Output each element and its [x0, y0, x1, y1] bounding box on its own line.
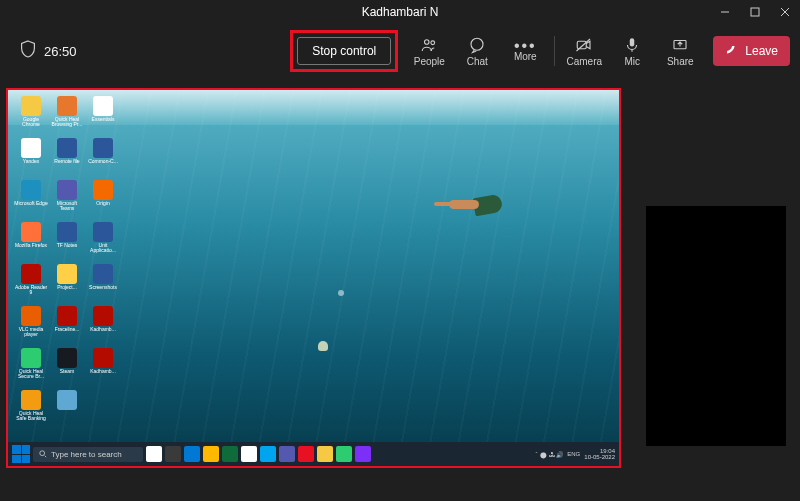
window-titlebar: Kadhambari N — [0, 0, 800, 24]
desktop-icon[interactable] — [50, 390, 84, 430]
desktop-icon[interactable]: Project... — [50, 264, 84, 304]
taskbar-app[interactable] — [241, 446, 257, 462]
desktop-icon[interactable]: Kadhamb... — [86, 348, 120, 388]
close-button[interactable] — [770, 0, 800, 24]
desktop-icon[interactable]: Fraceline... — [50, 306, 84, 346]
desktop-icon[interactable]: Quick Heal Safe Banking — [14, 390, 48, 430]
svg-point-4 — [425, 39, 430, 44]
timer-section: 26:50 — [20, 40, 77, 62]
wallpaper-swimmer — [429, 190, 509, 220]
people-button[interactable]: People — [406, 28, 452, 74]
wallpaper-jelly — [318, 341, 328, 351]
window-title: Kadhambari N — [362, 5, 439, 19]
desktop-icon[interactable]: Common-C... — [86, 138, 120, 178]
desktop-icon[interactable]: Google Chrome — [14, 96, 48, 136]
desktop-icon[interactable]: Adobe Reader 9 — [14, 264, 48, 304]
taskbar-app[interactable] — [355, 446, 371, 462]
taskbar-app[interactable] — [222, 446, 238, 462]
desktop-icon[interactable]: VLC media player — [14, 306, 48, 346]
stop-control-button[interactable]: Stop control — [297, 37, 391, 65]
desktop-icons: Google ChromeQuick Heal Browsing Pr...Es… — [14, 96, 120, 430]
mic-button[interactable]: Mic — [609, 28, 655, 74]
desktop-icon[interactable]: Kadhamb... — [86, 306, 120, 346]
taskbar-app[interactable] — [184, 446, 200, 462]
desktop-icon[interactable]: Quick Heal Browsing Pr... — [50, 96, 84, 136]
desktop-icon[interactable]: Quick Heal Secure Br... — [14, 348, 48, 388]
chat-button[interactable]: Chat — [454, 28, 500, 74]
stop-control-highlight: Stop control — [290, 30, 398, 72]
participant-video[interactable] — [646, 206, 786, 446]
system-tray[interactable]: ˄ ⬤ 🖧 🔊 ENG 19:04 10-05-2022 — [535, 448, 615, 460]
search-icon — [39, 450, 47, 458]
svg-point-6 — [471, 38, 483, 50]
windows-taskbar: Type here to search ˄ ⬤ 🖧 🔊 ENG 19:04 10… — [8, 442, 619, 466]
leave-button[interactable]: Leave — [713, 36, 790, 66]
shield-icon — [20, 40, 36, 62]
svg-line-13 — [45, 456, 47, 458]
window-controls — [710, 0, 800, 24]
taskbar-app[interactable] — [203, 446, 219, 462]
camera-button[interactable]: Camera — [561, 28, 607, 74]
shared-screen[interactable]: Google ChromeQuick Heal Browsing Pr...Es… — [6, 88, 621, 468]
taskbar-app[interactable] — [298, 446, 314, 462]
hangup-icon — [725, 44, 739, 58]
desktop-icon[interactable]: Mozilla Firefox — [14, 222, 48, 262]
taskbar-app[interactable] — [336, 446, 352, 462]
taskbar-app[interactable] — [260, 446, 276, 462]
desktop-icon[interactable]: Yandex — [14, 138, 48, 178]
desktop-icon[interactable]: Essentials — [86, 96, 120, 136]
taskbar-search[interactable]: Type here to search — [33, 447, 143, 462]
toolbar-divider — [554, 36, 555, 66]
svg-rect-9 — [630, 38, 635, 46]
call-toolbar: 26:50 Stop control People Chat ••• More … — [0, 24, 800, 78]
desktop-icon[interactable]: Microsoft Edge — [14, 180, 48, 220]
desktop-icon[interactable]: Steam — [50, 348, 84, 388]
taskbar-app[interactable] — [165, 446, 181, 462]
taskbar-app[interactable] — [279, 446, 295, 462]
desktop-icon[interactable]: Screenshots — [86, 264, 120, 304]
svg-rect-1 — [751, 8, 759, 16]
taskbar-app[interactable] — [146, 446, 162, 462]
start-button[interactable] — [12, 445, 30, 463]
minimize-button[interactable] — [710, 0, 740, 24]
svg-rect-7 — [578, 41, 587, 49]
desktop-icon[interactable]: Remote file — [50, 138, 84, 178]
maximize-button[interactable] — [740, 0, 770, 24]
desktop-icon[interactable]: Origin — [86, 180, 120, 220]
desktop-icon[interactable]: TF Notes — [50, 222, 84, 262]
svg-point-12 — [40, 451, 45, 456]
desktop-icon[interactable]: Unit Applicatio... — [86, 222, 120, 262]
svg-point-5 — [431, 40, 435, 44]
more-button[interactable]: ••• More — [502, 28, 548, 74]
more-icon: ••• — [514, 41, 537, 51]
call-timer: 26:50 — [44, 44, 77, 59]
desktop-icon[interactable]: Microsoft Teams — [50, 180, 84, 220]
taskbar-app[interactable] — [317, 446, 333, 462]
share-button[interactable]: Share — [657, 28, 703, 74]
